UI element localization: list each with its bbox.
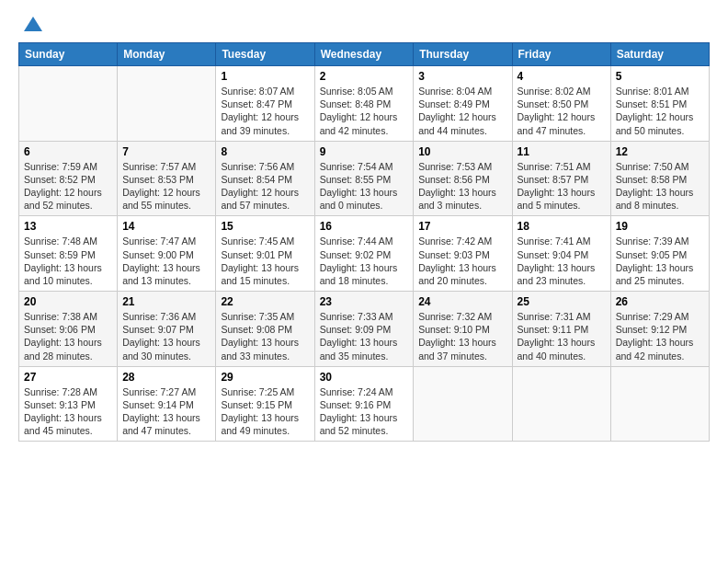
day-number: 12: [616, 145, 704, 158]
calendar-cell: 20Sunrise: 7:38 AM Sunset: 9:06 PM Dayli…: [19, 292, 118, 367]
calendar-cell: 3Sunrise: 8:04 AM Sunset: 8:49 PM Daylig…: [414, 66, 512, 142]
day-number: 3: [418, 70, 506, 83]
calendar-cell: 15Sunrise: 7:45 AM Sunset: 9:01 PM Dayli…: [216, 216, 314, 292]
day-number: 2: [320, 70, 409, 83]
day-info: Sunrise: 8:01 AM Sunset: 8:51 PM Dayligh…: [616, 85, 704, 137]
day-info: Sunrise: 7:27 AM Sunset: 9:14 PM Dayligh…: [122, 385, 210, 438]
calendar-cell: 29Sunrise: 7:25 AM Sunset: 9:15 PM Dayli…: [216, 366, 314, 442]
calendar-cell: 28Sunrise: 7:27 AM Sunset: 9:14 PM Dayli…: [118, 366, 216, 442]
calendar-week-row: 13Sunrise: 7:48 AM Sunset: 8:59 PM Dayli…: [19, 216, 710, 292]
calendar-week-row: 6Sunrise: 7:59 AM Sunset: 8:52 PM Daylig…: [19, 141, 710, 216]
calendar-cell: 4Sunrise: 8:02 AM Sunset: 8:50 PM Daylig…: [512, 66, 610, 142]
calendar-cell: 10Sunrise: 7:53 AM Sunset: 8:56 PM Dayli…: [414, 141, 512, 216]
calendar-cell: 18Sunrise: 7:41 AM Sunset: 9:04 PM Dayli…: [512, 216, 610, 292]
day-info: Sunrise: 7:36 AM Sunset: 9:07 PM Dayligh…: [122, 310, 210, 362]
day-info: Sunrise: 7:45 AM Sunset: 9:01 PM Dayligh…: [221, 235, 309, 287]
day-info: Sunrise: 7:32 AM Sunset: 9:10 PM Dayligh…: [418, 310, 506, 362]
day-info: Sunrise: 7:29 AM Sunset: 9:12 PM Dayligh…: [616, 310, 704, 362]
day-number: 21: [122, 295, 210, 308]
weekday-header: Monday: [118, 43, 216, 66]
calendar-cell: 22Sunrise: 7:35 AM Sunset: 9:08 PM Dayli…: [216, 292, 314, 367]
day-number: 9: [320, 145, 409, 158]
logo: [18, 15, 44, 33]
weekday-header: Wednesday: [314, 43, 414, 66]
calendar-header-row: SundayMondayTuesdayWednesdayThursdayFrid…: [19, 43, 710, 66]
day-number: 26: [616, 295, 704, 308]
day-info: Sunrise: 7:28 AM Sunset: 9:13 PM Dayligh…: [24, 385, 112, 438]
day-info: Sunrise: 7:47 AM Sunset: 9:00 PM Dayligh…: [122, 235, 210, 287]
day-info: Sunrise: 7:35 AM Sunset: 9:08 PM Dayligh…: [221, 310, 309, 362]
day-info: Sunrise: 7:25 AM Sunset: 9:15 PM Dayligh…: [221, 385, 309, 438]
day-number: 14: [122, 220, 210, 233]
day-number: 7: [122, 145, 210, 158]
svg-marker-0: [24, 17, 42, 31]
calendar-cell: [414, 366, 512, 442]
day-number: 16: [320, 220, 409, 233]
day-number: 30: [320, 371, 409, 384]
calendar-cell: 27Sunrise: 7:28 AM Sunset: 9:13 PM Dayli…: [19, 366, 118, 442]
day-info: Sunrise: 8:05 AM Sunset: 8:48 PM Dayligh…: [320, 85, 409, 137]
calendar-cell: 12Sunrise: 7:50 AM Sunset: 8:58 PM Dayli…: [610, 141, 709, 216]
calendar-cell: 6Sunrise: 7:59 AM Sunset: 8:52 PM Daylig…: [19, 141, 118, 216]
calendar-cell: 26Sunrise: 7:29 AM Sunset: 9:12 PM Dayli…: [610, 292, 709, 367]
weekday-header: Thursday: [414, 43, 512, 66]
day-info: Sunrise: 7:38 AM Sunset: 9:06 PM Dayligh…: [24, 310, 112, 362]
calendar-table: SundayMondayTuesdayWednesdayThursdayFrid…: [18, 42, 710, 442]
day-number: 22: [221, 295, 309, 308]
day-number: 1: [221, 70, 309, 83]
weekday-header: Friday: [512, 43, 610, 66]
day-number: 24: [418, 295, 506, 308]
day-info: Sunrise: 7:33 AM Sunset: 9:09 PM Dayligh…: [320, 310, 409, 362]
day-number: 25: [518, 295, 606, 308]
calendar-cell: 9Sunrise: 7:54 AM Sunset: 8:55 PM Daylig…: [314, 141, 414, 216]
calendar-cell: 11Sunrise: 7:51 AM Sunset: 8:57 PM Dayli…: [512, 141, 610, 216]
day-number: 6: [24, 145, 112, 158]
calendar-cell: [118, 66, 216, 142]
calendar-cell: 30Sunrise: 7:24 AM Sunset: 9:16 PM Dayli…: [314, 366, 414, 442]
day-info: Sunrise: 7:56 AM Sunset: 8:54 PM Dayligh…: [221, 160, 309, 213]
day-info: Sunrise: 8:04 AM Sunset: 8:49 PM Dayligh…: [418, 85, 506, 137]
calendar-cell: 1Sunrise: 8:07 AM Sunset: 8:47 PM Daylig…: [216, 66, 314, 142]
calendar-cell: 2Sunrise: 8:05 AM Sunset: 8:48 PM Daylig…: [314, 66, 414, 142]
day-info: Sunrise: 7:57 AM Sunset: 8:53 PM Dayligh…: [122, 160, 210, 213]
calendar-cell: 5Sunrise: 8:01 AM Sunset: 8:51 PM Daylig…: [610, 66, 709, 142]
day-info: Sunrise: 7:54 AM Sunset: 8:55 PM Dayligh…: [320, 160, 409, 213]
page-header: [18, 15, 710, 33]
day-info: Sunrise: 7:41 AM Sunset: 9:04 PM Dayligh…: [518, 235, 606, 287]
day-info: Sunrise: 7:42 AM Sunset: 9:03 PM Dayligh…: [418, 235, 506, 287]
calendar-cell: 7Sunrise: 7:57 AM Sunset: 8:53 PM Daylig…: [118, 141, 216, 216]
day-number: 11: [518, 145, 606, 158]
day-number: 19: [616, 220, 704, 233]
weekday-header: Saturday: [610, 43, 709, 66]
day-number: 23: [320, 295, 409, 308]
calendar-cell: [512, 366, 610, 442]
day-number: 28: [122, 371, 210, 384]
calendar-cell: 24Sunrise: 7:32 AM Sunset: 9:10 PM Dayli…: [414, 292, 512, 367]
weekday-header: Tuesday: [216, 43, 314, 66]
page-container: SundayMondayTuesdayWednesdayThursdayFrid…: [0, 0, 728, 451]
day-info: Sunrise: 7:50 AM Sunset: 8:58 PM Dayligh…: [616, 160, 704, 213]
calendar-week-row: 27Sunrise: 7:28 AM Sunset: 9:13 PM Dayli…: [19, 366, 710, 442]
calendar-cell: 21Sunrise: 7:36 AM Sunset: 9:07 PM Dayli…: [118, 292, 216, 367]
day-info: Sunrise: 7:44 AM Sunset: 9:02 PM Dayligh…: [320, 235, 409, 287]
day-number: 8: [221, 145, 309, 158]
calendar-cell: 25Sunrise: 7:31 AM Sunset: 9:11 PM Dayli…: [512, 292, 610, 367]
day-number: 18: [518, 220, 606, 233]
calendar-cell: 23Sunrise: 7:33 AM Sunset: 9:09 PM Dayli…: [314, 292, 414, 367]
day-number: 20: [24, 295, 112, 308]
day-number: 10: [418, 145, 506, 158]
day-number: 29: [221, 371, 309, 384]
weekday-header: Sunday: [19, 43, 118, 66]
day-info: Sunrise: 7:51 AM Sunset: 8:57 PM Dayligh…: [518, 160, 606, 213]
day-info: Sunrise: 7:48 AM Sunset: 8:59 PM Dayligh…: [24, 235, 112, 287]
calendar-cell: 8Sunrise: 7:56 AM Sunset: 8:54 PM Daylig…: [216, 141, 314, 216]
day-info: Sunrise: 7:39 AM Sunset: 9:05 PM Dayligh…: [616, 235, 704, 287]
calendar-cell: 13Sunrise: 7:48 AM Sunset: 8:59 PM Dayli…: [19, 216, 118, 292]
day-info: Sunrise: 7:53 AM Sunset: 8:56 PM Dayligh…: [418, 160, 506, 213]
day-number: 13: [24, 220, 112, 233]
calendar-week-row: 1Sunrise: 8:07 AM Sunset: 8:47 PM Daylig…: [19, 66, 710, 142]
day-number: 4: [518, 70, 606, 83]
calendar-cell: 16Sunrise: 7:44 AM Sunset: 9:02 PM Dayli…: [314, 216, 414, 292]
calendar-cell: [19, 66, 118, 142]
day-info: Sunrise: 7:24 AM Sunset: 9:16 PM Dayligh…: [320, 385, 409, 438]
